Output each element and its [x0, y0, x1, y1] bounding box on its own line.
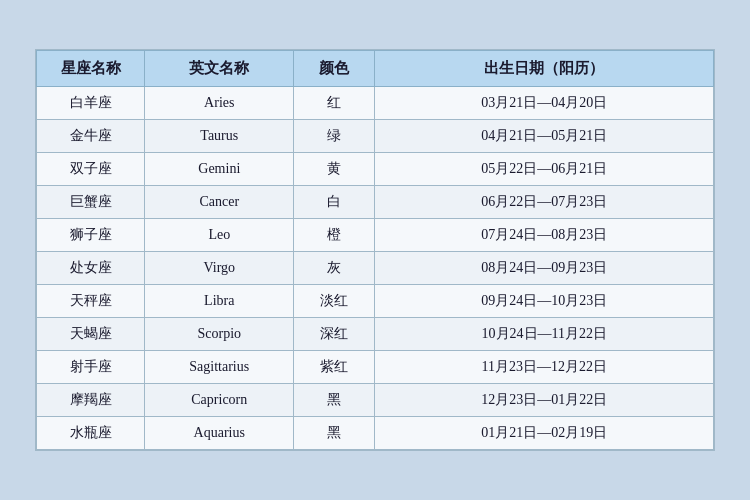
- cell-date: 08月24日—09月23日: [375, 252, 714, 285]
- zodiac-table: 星座名称 英文名称 颜色 出生日期（阳历） 白羊座Aries红03月21日—04…: [36, 50, 714, 450]
- cell-english: Aries: [145, 87, 294, 120]
- cell-color: 黑: [294, 417, 375, 450]
- cell-color: 黑: [294, 384, 375, 417]
- header-english: 英文名称: [145, 51, 294, 87]
- cell-chinese: 水瓶座: [37, 417, 145, 450]
- cell-english: Cancer: [145, 186, 294, 219]
- cell-english: Capricorn: [145, 384, 294, 417]
- cell-color: 紫红: [294, 351, 375, 384]
- table-row: 摩羯座Capricorn黑12月23日—01月22日: [37, 384, 714, 417]
- cell-chinese: 双子座: [37, 153, 145, 186]
- cell-english: Aquarius: [145, 417, 294, 450]
- cell-date: 07月24日—08月23日: [375, 219, 714, 252]
- cell-color: 灰: [294, 252, 375, 285]
- cell-chinese: 天秤座: [37, 285, 145, 318]
- table-row: 金牛座Taurus绿04月21日—05月21日: [37, 120, 714, 153]
- cell-date: 01月21日—02月19日: [375, 417, 714, 450]
- cell-english: Leo: [145, 219, 294, 252]
- table-row: 处女座Virgo灰08月24日—09月23日: [37, 252, 714, 285]
- table-row: 水瓶座Aquarius黑01月21日—02月19日: [37, 417, 714, 450]
- table-row: 天蝎座Scorpio深红10月24日—11月22日: [37, 318, 714, 351]
- cell-color: 绿: [294, 120, 375, 153]
- cell-color: 黄: [294, 153, 375, 186]
- cell-color: 红: [294, 87, 375, 120]
- cell-english: Scorpio: [145, 318, 294, 351]
- cell-chinese: 白羊座: [37, 87, 145, 120]
- table-row: 狮子座Leo橙07月24日—08月23日: [37, 219, 714, 252]
- cell-chinese: 射手座: [37, 351, 145, 384]
- cell-chinese: 摩羯座: [37, 384, 145, 417]
- cell-date: 10月24日—11月22日: [375, 318, 714, 351]
- table-header-row: 星座名称 英文名称 颜色 出生日期（阳历）: [37, 51, 714, 87]
- cell-date: 06月22日—07月23日: [375, 186, 714, 219]
- table-row: 巨蟹座Cancer白06月22日—07月23日: [37, 186, 714, 219]
- table-row: 白羊座Aries红03月21日—04月20日: [37, 87, 714, 120]
- cell-english: Sagittarius: [145, 351, 294, 384]
- cell-chinese: 狮子座: [37, 219, 145, 252]
- cell-date: 05月22日—06月21日: [375, 153, 714, 186]
- cell-date: 09月24日—10月23日: [375, 285, 714, 318]
- table-row: 天秤座Libra淡红09月24日—10月23日: [37, 285, 714, 318]
- cell-chinese: 天蝎座: [37, 318, 145, 351]
- cell-english: Virgo: [145, 252, 294, 285]
- cell-english: Libra: [145, 285, 294, 318]
- cell-date: 03月21日—04月20日: [375, 87, 714, 120]
- cell-color: 橙: [294, 219, 375, 252]
- cell-english: Gemini: [145, 153, 294, 186]
- cell-date: 04月21日—05月21日: [375, 120, 714, 153]
- cell-color: 淡红: [294, 285, 375, 318]
- header-color: 颜色: [294, 51, 375, 87]
- cell-color: 白: [294, 186, 375, 219]
- zodiac-table-container: 星座名称 英文名称 颜色 出生日期（阳历） 白羊座Aries红03月21日—04…: [35, 49, 715, 451]
- cell-chinese: 巨蟹座: [37, 186, 145, 219]
- cell-chinese: 处女座: [37, 252, 145, 285]
- cell-english: Taurus: [145, 120, 294, 153]
- cell-color: 深红: [294, 318, 375, 351]
- cell-chinese: 金牛座: [37, 120, 145, 153]
- cell-date: 12月23日—01月22日: [375, 384, 714, 417]
- header-chinese: 星座名称: [37, 51, 145, 87]
- cell-date: 11月23日—12月22日: [375, 351, 714, 384]
- header-date: 出生日期（阳历）: [375, 51, 714, 87]
- table-row: 双子座Gemini黄05月22日—06月21日: [37, 153, 714, 186]
- table-row: 射手座Sagittarius紫红11月23日—12月22日: [37, 351, 714, 384]
